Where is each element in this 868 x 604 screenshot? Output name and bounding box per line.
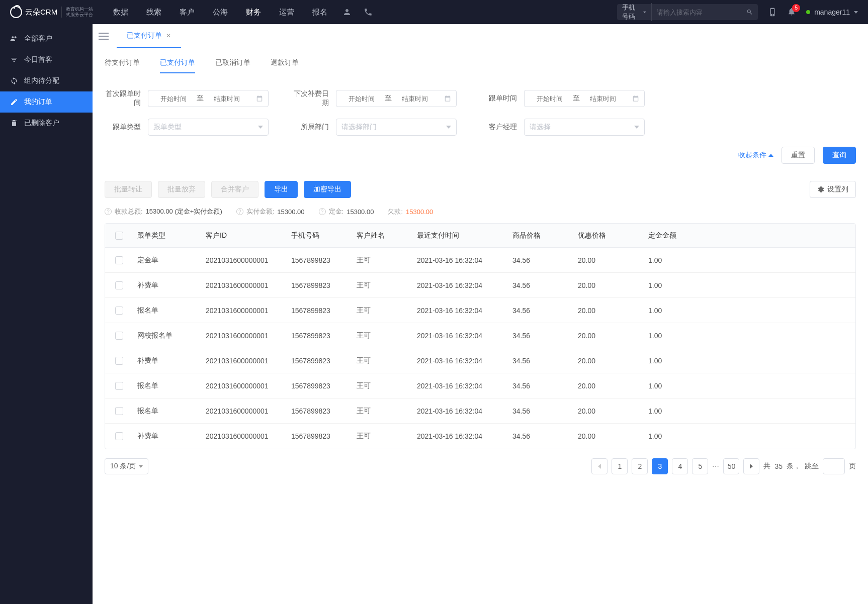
cell-type: 补费单: [133, 356, 202, 365]
page-button[interactable]: 1: [612, 458, 628, 474]
col-header: 手机号码: [287, 231, 353, 240]
summary-value: 15300.00 (定金+实付金额): [146, 207, 222, 216]
cell-phone: 1567899823: [287, 307, 353, 315]
encrypt-export-button[interactable]: 加密导出: [304, 181, 351, 198]
mobile-icon[interactable]: [768, 8, 777, 17]
nav-item[interactable]: 财务: [246, 8, 261, 17]
cell-customer-id: 2021031600000001: [202, 432, 287, 440]
subtab[interactable]: 待支付订单: [105, 58, 140, 73]
sidebar-item[interactable]: 已删除客户: [0, 113, 93, 134]
sidebar-item[interactable]: 今日首客: [0, 49, 93, 70]
page-button[interactable]: 50: [723, 458, 739, 474]
sidebar-item[interactable]: 全部客户: [0, 28, 93, 49]
row-checkbox[interactable]: [115, 307, 123, 315]
user-menu[interactable]: manager11: [806, 8, 858, 16]
nav-item[interactable]: 数据: [113, 8, 128, 17]
row-checkbox[interactable]: [115, 357, 123, 365]
batch-abandon-button[interactable]: 批量放弃: [158, 181, 205, 198]
table-row[interactable]: 补费单20210316000000011567899823王可2021-03-1…: [105, 273, 855, 298]
select-all-checkbox[interactable]: [115, 232, 123, 240]
table-row[interactable]: 网校报名单20210316000000011567899823王可2021-03…: [105, 323, 855, 348]
row-checkbox[interactable]: [115, 432, 123, 440]
nav-item[interactable]: 报名: [312, 8, 327, 17]
export-button[interactable]: 导出: [265, 181, 298, 198]
cell-name: 王可: [353, 356, 413, 365]
topbar: 云朵CRM 教育机构一站 式服务云平台 数据线索客户公海财务运营报名 手机号码 …: [0, 0, 868, 24]
reset-button[interactable]: 重置: [782, 147, 815, 164]
page-button[interactable]: 3: [652, 458, 668, 474]
sidebar-item[interactable]: 我的订单: [0, 91, 93, 113]
page-button[interactable]: 4: [672, 458, 688, 474]
prev-page-button[interactable]: [591, 458, 607, 474]
batch-transfer-button[interactable]: 批量转让: [105, 181, 152, 198]
end-date-input[interactable]: [583, 95, 623, 103]
help-icon[interactable]: ?: [236, 208, 243, 215]
logo[interactable]: 云朵CRM 教育机构一站 式服务云平台: [10, 6, 93, 18]
end-date-input[interactable]: [395, 95, 435, 103]
table-row[interactable]: 定金单20210316000000011567899823王可2021-03-1…: [105, 248, 855, 273]
help-icon[interactable]: ?: [319, 208, 326, 215]
logo-sub2: 式服务云平台: [66, 12, 93, 18]
page-size-select[interactable]: 10 条/页: [105, 458, 148, 474]
follow-type-select[interactable]: 跟单类型: [148, 119, 269, 136]
merge-customer-button[interactable]: 合并客户: [211, 181, 258, 198]
subtab[interactable]: 退款订单: [271, 58, 299, 73]
row-checkbox[interactable]: [115, 407, 123, 415]
start-date-input[interactable]: [530, 95, 570, 103]
refresh-icon: [10, 77, 18, 85]
table-row[interactable]: 补费单20210316000000011567899823王可2021-03-1…: [105, 348, 855, 373]
cell-name: 王可: [353, 407, 413, 416]
cell-discount: 20.00: [574, 332, 644, 340]
collapse-filters-link[interactable]: 收起条件: [738, 151, 773, 160]
row-checkbox[interactable]: [115, 256, 123, 264]
nav-item[interactable]: 线索: [146, 8, 161, 17]
search-icon[interactable]: [746, 8, 753, 17]
row-checkbox[interactable]: [115, 281, 123, 289]
nav-item[interactable]: 运营: [279, 8, 294, 17]
summary-label: 欠款:: [388, 207, 403, 216]
page-button[interactable]: 5: [692, 458, 708, 474]
row-checkbox[interactable]: [115, 332, 123, 340]
follow-time-date-range[interactable]: 至: [524, 90, 645, 107]
table-row[interactable]: 报名单20210316000000011567899823王可2021-03-1…: [105, 373, 855, 398]
table-row[interactable]: 报名单20210316000000011567899823王可2021-03-1…: [105, 398, 855, 424]
subtabs: 待支付订单已支付订单已取消订单退款订单: [105, 48, 856, 77]
start-date-input[interactable]: [153, 95, 194, 103]
cell-name: 王可: [353, 256, 413, 265]
search-input[interactable]: [652, 9, 746, 16]
menu-toggle-icon[interactable]: [99, 33, 109, 40]
cell-name: 王可: [353, 281, 413, 290]
query-button[interactable]: 查询: [823, 147, 856, 164]
next-page-button[interactable]: [743, 458, 759, 474]
page-button[interactable]: 2: [632, 458, 648, 474]
dept-select[interactable]: 请选择部门: [336, 119, 457, 136]
summary-value: 15300.00: [277, 208, 304, 216]
first-follow-date-range[interactable]: 至: [148, 90, 269, 107]
close-icon[interactable]: ✕: [166, 32, 171, 39]
cell-deposit: 1.00: [644, 357, 695, 365]
help-icon[interactable]: ?: [105, 208, 112, 215]
cell-phone: 1567899823: [287, 382, 353, 390]
notifications[interactable]: 5: [787, 7, 796, 18]
search-type-select[interactable]: 手机号码: [622, 3, 652, 21]
phone-icon[interactable]: [364, 8, 373, 17]
nav-item[interactable]: 客户: [180, 8, 195, 17]
start-date-input[interactable]: [341, 95, 382, 103]
cell-customer-id: 2021031600000001: [202, 357, 287, 365]
subtab[interactable]: 已支付订单: [160, 58, 195, 73]
user-icon[interactable]: [342, 8, 352, 17]
end-date-input[interactable]: [207, 95, 247, 103]
row-checkbox[interactable]: [115, 382, 123, 390]
subtab[interactable]: 已取消订单: [215, 58, 250, 73]
jump-page-input[interactable]: [823, 458, 845, 474]
sidebar-item[interactable]: 组内待分配: [0, 70, 93, 91]
status-dot-icon: [806, 10, 810, 14]
col-header: 跟单类型: [133, 231, 202, 240]
column-settings-button[interactable]: 设置列: [810, 181, 856, 198]
nav-item[interactable]: 公海: [213, 8, 228, 17]
table-row[interactable]: 补费单20210316000000011567899823王可2021-03-1…: [105, 424, 855, 449]
table-row[interactable]: 报名单20210316000000011567899823王可2021-03-1…: [105, 298, 855, 323]
tab-paid-orders[interactable]: 已支付订单 ✕: [117, 24, 181, 48]
next-renew-date-range[interactable]: 至: [336, 90, 457, 107]
manager-select[interactable]: 请选择: [524, 119, 645, 136]
